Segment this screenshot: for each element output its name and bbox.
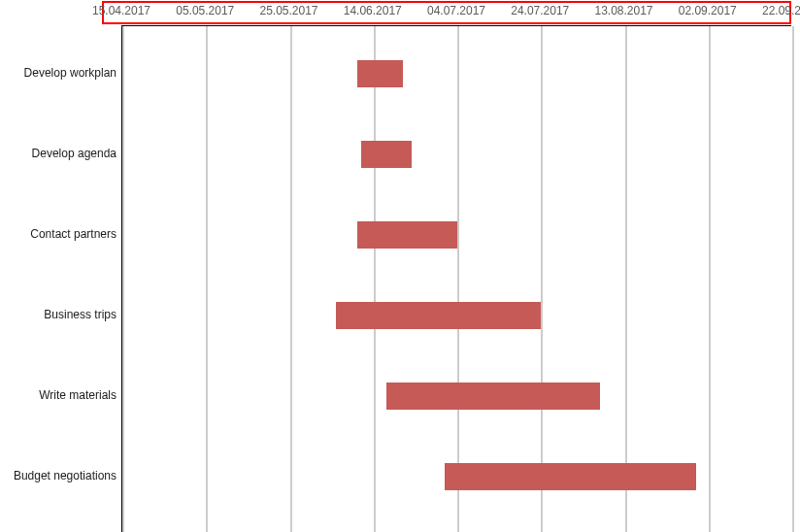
x-axis-tick: 22.09.2017 bbox=[762, 4, 800, 17]
x-axis-tick: 25.05.2017 bbox=[259, 4, 317, 17]
grid-line bbox=[374, 26, 376, 532]
gantt-bar bbox=[357, 221, 458, 249]
x-axis-tick: 05.05.2017 bbox=[176, 4, 234, 17]
grid-line bbox=[709, 26, 711, 532]
grid-line bbox=[625, 26, 627, 532]
category-label: Develop workplan bbox=[0, 66, 117, 80]
x-axis-tick: 24.07.2017 bbox=[511, 4, 569, 17]
plot-area bbox=[121, 25, 791, 532]
category-label: Develop agenda bbox=[0, 147, 117, 160]
x-axis-tick: 15.04.2017 bbox=[92, 4, 150, 17]
category-label: Budget negotiations bbox=[0, 469, 117, 482]
gantt-bar bbox=[386, 382, 600, 410]
grid-line bbox=[206, 26, 208, 532]
grid-line bbox=[290, 26, 292, 532]
gantt-bar bbox=[445, 463, 696, 490]
category-label: Business trips bbox=[0, 308, 117, 321]
category-label: Contact partners bbox=[0, 227, 117, 241]
grid-line bbox=[792, 26, 794, 532]
category-label: Write materials bbox=[0, 388, 117, 402]
x-axis-tick: 14.06.2017 bbox=[344, 4, 402, 17]
gantt-bar bbox=[336, 302, 541, 329]
gantt-chart: 15.04.201705.05.201725.05.201714.06.2017… bbox=[0, 0, 800, 532]
grid-line bbox=[122, 26, 124, 532]
x-axis: 15.04.201705.05.201725.05.201714.06.2017… bbox=[102, 0, 791, 25]
gantt-bar bbox=[361, 141, 412, 168]
grid-line bbox=[457, 26, 459, 532]
x-axis-tick: 04.07.2017 bbox=[427, 4, 485, 17]
grid-line bbox=[541, 26, 543, 532]
x-axis-tick: 02.09.2017 bbox=[679, 4, 737, 17]
gantt-bar bbox=[357, 60, 403, 87]
x-axis-tick: 13.08.2017 bbox=[594, 4, 652, 17]
